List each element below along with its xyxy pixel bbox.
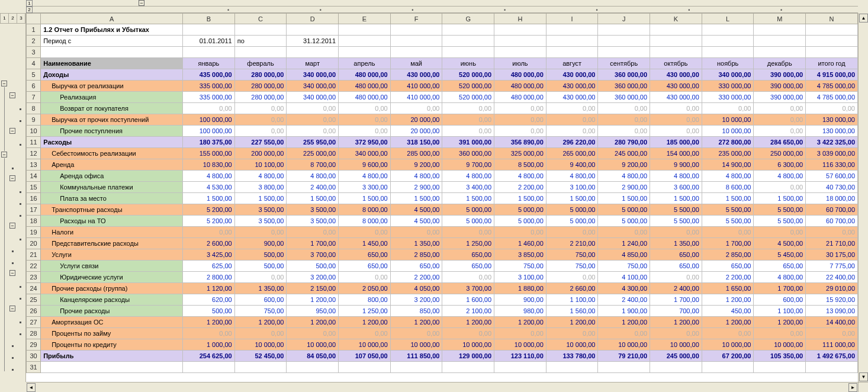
cell[interactable]: 254 625,00 xyxy=(183,351,235,362)
row-name[interactable]: Возврат от покупателя xyxy=(41,103,183,114)
cell[interactable] xyxy=(598,362,650,373)
cell[interactable]: 3 700,00 xyxy=(442,283,494,294)
cell[interactable]: 700,00 xyxy=(650,306,702,317)
cell[interactable]: 57 600,00 xyxy=(806,171,858,182)
cell[interactable]: 340 000,00 xyxy=(287,81,339,92)
cell[interactable]: 2 800,00 xyxy=(183,272,235,283)
cell[interactable] xyxy=(183,24,235,36)
cell[interactable]: ноябрь xyxy=(702,58,754,69)
cell[interactable]: 0,00 xyxy=(702,103,754,114)
outline-collapse-incomes[interactable]: − xyxy=(1,81,7,86)
cell[interactable]: 500,00 xyxy=(234,261,287,272)
cell[interactable]: 0,00 xyxy=(183,227,235,238)
cell[interactable] xyxy=(546,47,598,58)
row-header-16[interactable]: 16 xyxy=(27,193,41,204)
outline-collapse-rent[interactable]: − xyxy=(9,175,15,181)
cell[interactable]: 0,00 xyxy=(650,114,702,126)
cell[interactable]: 1 350,00 xyxy=(650,238,702,249)
row-name[interactable]: Амортизация ОС xyxy=(41,317,183,328)
cell[interactable]: 3 100,00 xyxy=(494,272,546,283)
cell[interactable]: 340 000,00 xyxy=(702,69,754,81)
cell[interactable]: 245 000,00 xyxy=(650,351,702,362)
cell[interactable]: 30 175,00 xyxy=(806,249,858,261)
cell[interactable]: 1 500,00 xyxy=(494,193,546,204)
cell[interactable]: 10 100,00 xyxy=(234,159,287,171)
row-name[interactable]: Прочие поступления xyxy=(41,126,183,137)
cell[interactable]: 0,00 xyxy=(598,227,650,238)
cell[interactable]: 227 550,00 xyxy=(234,137,287,148)
cell[interactable]: 5 000,00 xyxy=(598,216,650,227)
cell[interactable] xyxy=(598,36,650,47)
cell[interactable]: 0,00 xyxy=(546,103,598,114)
cell[interactable]: 2 100,00 xyxy=(442,306,494,317)
cell[interactable]: 14 900,00 xyxy=(702,159,754,171)
cell[interactable] xyxy=(494,47,546,58)
cell[interactable]: 360 000,00 xyxy=(598,92,650,103)
cell[interactable]: 107 050,00 xyxy=(339,351,391,362)
row-header-9[interactable]: 9 xyxy=(27,114,41,126)
cell[interactable]: октябрь xyxy=(650,58,702,69)
cell[interactable]: 1 200,00 xyxy=(754,317,806,328)
cell[interactable]: 1 500,00 xyxy=(650,193,702,204)
cell[interactable]: 2 400,00 xyxy=(598,294,650,306)
cell[interactable]: 20 000,00 xyxy=(390,126,442,137)
outline-collapse-expenses[interactable]: − xyxy=(1,152,7,158)
cell[interactable]: 4 800,00 xyxy=(442,171,494,182)
cell[interactable]: 2 600,00 xyxy=(183,238,235,249)
cell[interactable]: 3 500,00 xyxy=(234,204,287,216)
cell[interactable]: 10 000,00 xyxy=(650,339,702,351)
cell[interactable]: 1 500,00 xyxy=(183,193,235,204)
cell[interactable]: 4 800,00 xyxy=(339,171,391,182)
cell[interactable]: 2 900,00 xyxy=(598,182,650,193)
cell[interactable]: 5 000,00 xyxy=(494,204,546,216)
cell[interactable]: 1 700,00 xyxy=(650,294,702,306)
col-header-corner[interactable] xyxy=(27,14,41,24)
cell[interactable]: 0,00 xyxy=(702,227,754,238)
cell[interactable]: 0,00 xyxy=(183,103,235,114)
row-name[interactable]: Реализация xyxy=(41,92,183,103)
cell[interactable]: 3 200,00 xyxy=(390,294,442,306)
cell[interactable]: 750,00 xyxy=(546,261,598,272)
cell[interactable]: 500,00 xyxy=(234,249,287,261)
cell[interactable]: 2 200,00 xyxy=(494,182,546,193)
cell[interactable] xyxy=(287,362,339,373)
cell[interactable]: 4 785 000,00 xyxy=(806,92,858,103)
cell[interactable] xyxy=(390,47,442,58)
cell[interactable]: 2 050,00 xyxy=(339,283,391,294)
cell[interactable]: 8 000,00 xyxy=(339,204,391,216)
cell[interactable]: 105 350,00 xyxy=(754,351,806,362)
cell[interactable]: 8 500,00 xyxy=(494,159,546,171)
cell[interactable]: 133 780,00 xyxy=(546,351,598,362)
spreadsheet-grid[interactable]: ABCDEFGHIJKLMN11.2 Отчет о Прибылях и Уб… xyxy=(26,13,858,382)
cell[interactable]: 0,00 xyxy=(442,272,494,283)
cell[interactable]: 3 700,00 xyxy=(287,249,339,261)
cell[interactable] xyxy=(41,362,183,373)
cell[interactable]: 67 200,00 xyxy=(702,351,754,362)
cell[interactable]: 280 000,00 xyxy=(234,69,287,81)
cell[interactable]: 4 800,00 xyxy=(702,171,754,182)
row-header-25[interactable]: 25 xyxy=(27,294,41,306)
cell[interactable]: май xyxy=(390,58,442,69)
cell[interactable]: март xyxy=(287,58,339,69)
cell[interactable]: 15 920,00 xyxy=(806,294,858,306)
cell[interactable]: 3 422 325,00 xyxy=(806,137,858,148)
cell[interactable]: 4 800,00 xyxy=(650,171,702,182)
cell[interactable]: 435 000,00 xyxy=(183,69,235,81)
cell[interactable]: 391 000,00 xyxy=(442,137,494,148)
cell[interactable]: 280 790,00 xyxy=(598,137,650,148)
cell[interactable] xyxy=(754,47,806,58)
cell[interactable] xyxy=(702,24,754,36)
cell[interactable]: 3 400,00 xyxy=(442,182,494,193)
cell[interactable]: 10 000,00 xyxy=(339,339,391,351)
cell[interactable]: 3 800,00 xyxy=(234,182,287,193)
cell[interactable]: 2 400,00 xyxy=(287,182,339,193)
row-name[interactable]: Транспортные расходы xyxy=(41,204,183,216)
cell[interactable]: 5 200,00 xyxy=(183,216,235,227)
cell[interactable]: 4 850,00 xyxy=(598,249,650,261)
cell[interactable] xyxy=(287,24,339,36)
row-header-12[interactable]: 12 xyxy=(27,148,41,159)
row-header-5[interactable]: 5 xyxy=(27,69,41,81)
col-header-I[interactable]: I xyxy=(546,14,598,24)
row-header-24[interactable]: 24 xyxy=(27,283,41,294)
cell[interactable]: 1 500,00 xyxy=(287,193,339,204)
